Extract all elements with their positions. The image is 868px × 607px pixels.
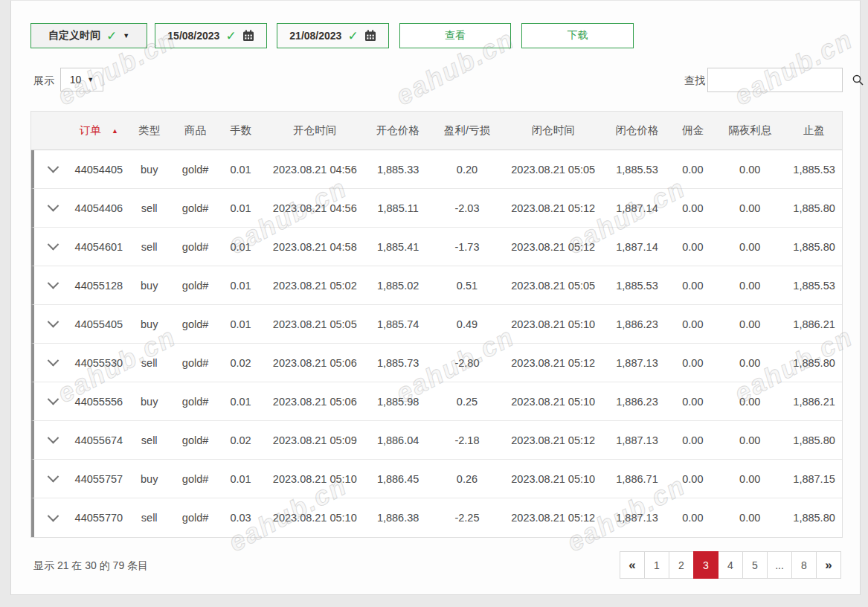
column-header-open-time[interactable]: 开仓时间	[263, 123, 366, 138]
page-size-select[interactable]: 10 ▼	[60, 68, 103, 91]
row-expand-button[interactable]	[34, 266, 72, 304]
search-icon[interactable]	[852, 74, 864, 86]
page-size-value: 10	[70, 74, 82, 86]
row-expand-button[interactable]	[34, 460, 72, 498]
cell-product: gold#	[173, 241, 218, 253]
cell-commission: 0.00	[672, 473, 713, 485]
cell-open-price: 1,885.11	[366, 202, 430, 214]
pagination-page-1[interactable]: 1	[644, 551, 669, 579]
column-header-close-time[interactable]: 闭仓时间	[504, 123, 602, 138]
cell-close-price: 1,887.14	[602, 241, 672, 253]
pagination-ellipsis[interactable]: ...	[767, 551, 792, 579]
view-button-label: 查看	[445, 29, 466, 42]
cell-open-time: 2023.08.21 04:56	[263, 202, 366, 214]
table-row: 44055770 sell gold# 0.03 2023.08.21 05:1…	[31, 498, 842, 537]
column-header-type[interactable]: 类型	[126, 123, 173, 138]
pagination-page-4[interactable]: 4	[718, 551, 743, 579]
cell-close-price: 1,886.23	[602, 396, 672, 408]
table-row: 44054601 sell gold# 0.01 2023.08.21 04:5…	[31, 228, 842, 266]
cell-product: gold#	[173, 473, 218, 485]
calendar-icon	[242, 30, 254, 42]
cell-profit-loss: -2.03	[430, 202, 504, 214]
column-header-profit-loss[interactable]: 盈利/亏损	[430, 123, 504, 138]
column-header-order[interactable]: 订单 ▲	[72, 123, 126, 138]
cell-swap: 0.00	[713, 280, 786, 292]
cell-take-profit: 1,886.21	[786, 396, 842, 408]
pagination-page-8[interactable]: 8	[791, 551, 817, 579]
table-row: 44054406 sell gold# 0.01 2023.08.21 04:5…	[31, 189, 842, 228]
cell-open-time: 2023.08.21 05:05	[263, 318, 366, 330]
check-icon: ✓	[106, 30, 117, 42]
cell-close-price: 1,887.13	[602, 357, 672, 369]
time-range-dropdown[interactable]: 自定义时间 ✓ ▼	[30, 23, 147, 48]
cell-type: buy	[126, 164, 173, 176]
row-expand-button[interactable]	[34, 189, 72, 227]
column-header-swap[interactable]: 隔夜利息	[713, 123, 786, 138]
cell-close-time: 2023.08.21 05:05	[504, 280, 602, 292]
cell-order: 44055128	[72, 280, 126, 292]
cell-close-price: 1,885.53	[602, 164, 672, 176]
cell-type: sell	[126, 512, 173, 524]
cell-take-profit: 1,885.80	[786, 434, 842, 446]
view-button[interactable]: 查看	[399, 23, 511, 48]
cell-take-profit: 1,885.80	[786, 202, 842, 214]
pagination: « 12345...8 »	[620, 551, 841, 579]
cell-close-price: 1,886.23	[602, 318, 672, 330]
row-expand-button[interactable]	[34, 305, 72, 343]
cell-open-price: 1,885.33	[366, 164, 430, 176]
cell-open-price: 1,885.02	[366, 280, 430, 292]
table-row: 44055405 buy gold# 0.01 2023.08.21 05:05…	[31, 305, 842, 344]
download-button[interactable]: 下载	[521, 23, 634, 48]
check-icon: ✓	[347, 30, 358, 42]
cell-open-price: 1,886.38	[366, 512, 430, 524]
cell-open-price: 1,886.04	[366, 434, 430, 446]
cell-take-profit: 1,885.53	[786, 164, 842, 176]
cell-commission: 0.00	[672, 512, 713, 524]
cell-open-price: 1,885.74	[366, 318, 430, 330]
row-expand-button[interactable]	[34, 228, 72, 266]
cell-open-price: 1,886.45	[366, 473, 430, 485]
row-expand-button[interactable]	[34, 498, 72, 537]
cell-commission: 0.00	[672, 241, 713, 253]
row-expand-button[interactable]	[34, 382, 72, 420]
pagination-page-5[interactable]: 5	[742, 551, 768, 579]
date-from-picker[interactable]: 15/08/2023 ✓	[155, 23, 267, 48]
cell-close-time: 2023.08.21 05:10	[504, 318, 602, 330]
date-to-picker[interactable]: 21/08/2023 ✓	[277, 23, 389, 48]
column-header-lots[interactable]: 手数	[218, 123, 264, 138]
cell-close-time: 2023.08.21 05:12	[504, 357, 602, 369]
search-label: 查找	[684, 74, 705, 88]
column-header-take-profit[interactable]: 止盈	[786, 123, 842, 138]
column-header-open-price[interactable]: 开仓价格	[366, 123, 430, 138]
cell-close-price: 1,885.53	[602, 280, 672, 292]
cell-profit-loss: 0.51	[430, 280, 504, 292]
row-expand-button[interactable]	[34, 344, 72, 382]
cell-product: gold#	[173, 357, 218, 369]
pagination-page-2[interactable]: 2	[669, 551, 694, 579]
table-row: 44055757 buy gold# 0.01 2023.08.21 05:10…	[31, 460, 842, 498]
date-to-value: 21/08/2023	[289, 30, 341, 42]
column-header-commission[interactable]: 佣金	[672, 123, 713, 138]
cell-type: buy	[126, 473, 173, 485]
cell-lots: 0.02	[218, 357, 264, 369]
cell-type: sell	[126, 202, 173, 214]
row-expand-button[interactable]	[34, 421, 72, 459]
cell-swap: 0.00	[713, 318, 786, 330]
chevron-down-icon	[48, 432, 60, 444]
search-input[interactable]	[708, 68, 852, 91]
column-header-product[interactable]: 商品	[173, 123, 218, 138]
show-label: 展示	[33, 74, 54, 88]
orders-table: 订单 ▲ 类型 商品 手数 开仓时间 开仓价格 盈利/亏损 闭仓时间 闭仓价格 …	[30, 111, 843, 538]
pagination-first-button[interactable]: «	[620, 551, 645, 579]
column-header-order-label: 订单	[80, 123, 101, 138]
cell-type: buy	[126, 396, 173, 408]
cell-profit-loss: -1.73	[430, 241, 504, 253]
sort-asc-icon: ▲	[112, 127, 118, 135]
pagination-last-button[interactable]: »	[816, 551, 841, 579]
cell-swap: 0.00	[713, 512, 786, 524]
chevron-down-icon	[48, 277, 60, 289]
pagination-page-3[interactable]: 3	[693, 551, 718, 579]
cell-take-profit: 1,885.80	[786, 241, 842, 253]
row-expand-button[interactable]	[34, 150, 72, 188]
column-header-close-price[interactable]: 闭仓价格	[602, 123, 672, 138]
